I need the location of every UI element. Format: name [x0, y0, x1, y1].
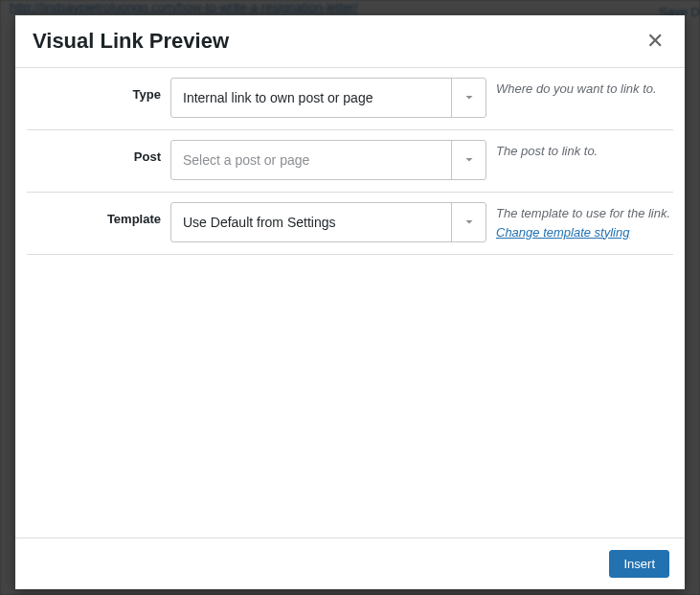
close-button[interactable]: ✕ [643, 27, 667, 56]
type-label: Type [27, 78, 161, 102]
modal-header: Visual Link Preview ✕ [15, 15, 685, 68]
type-select-value: Internal link to own post or page [171, 90, 451, 105]
post-select-placeholder: Select a post or page [171, 152, 451, 168]
field-row-type: Type Internal link to own post or page W… [27, 68, 673, 130]
modal-body: Type Internal link to own post or page W… [15, 68, 685, 538]
modal-title: Visual Link Preview [33, 29, 229, 54]
type-description: Where do you want to link to. [496, 78, 673, 99]
template-select[interactable]: Use Default from Settings [170, 202, 486, 242]
type-select[interactable]: Internal link to own post or page [170, 78, 486, 118]
visual-link-preview-modal: Visual Link Preview ✕ Type Internal link… [15, 15, 685, 589]
template-select-value: Use Default from Settings [171, 215, 451, 230]
post-select[interactable]: Select a post or page [170, 140, 486, 180]
chevron-down-icon [451, 141, 485, 179]
field-row-post: Post Select a post or page The post to l… [27, 130, 673, 193]
field-row-template: Template Use Default from Settings The t… [27, 193, 673, 255]
change-template-styling-link[interactable]: Change template styling [496, 225, 629, 240]
post-description: The post to link to. [496, 140, 673, 161]
chevron-down-icon [451, 203, 485, 241]
post-label: Post [27, 140, 161, 164]
modal-footer: Insert [15, 538, 685, 589]
template-description: The template to use for the link. Change… [496, 202, 673, 241]
template-desc-text: The template to use for the link. [496, 206, 670, 220]
template-label: Template [27, 202, 161, 226]
chevron-down-icon [451, 79, 485, 117]
close-icon: ✕ [646, 29, 664, 53]
insert-button[interactable]: Insert [609, 550, 669, 578]
